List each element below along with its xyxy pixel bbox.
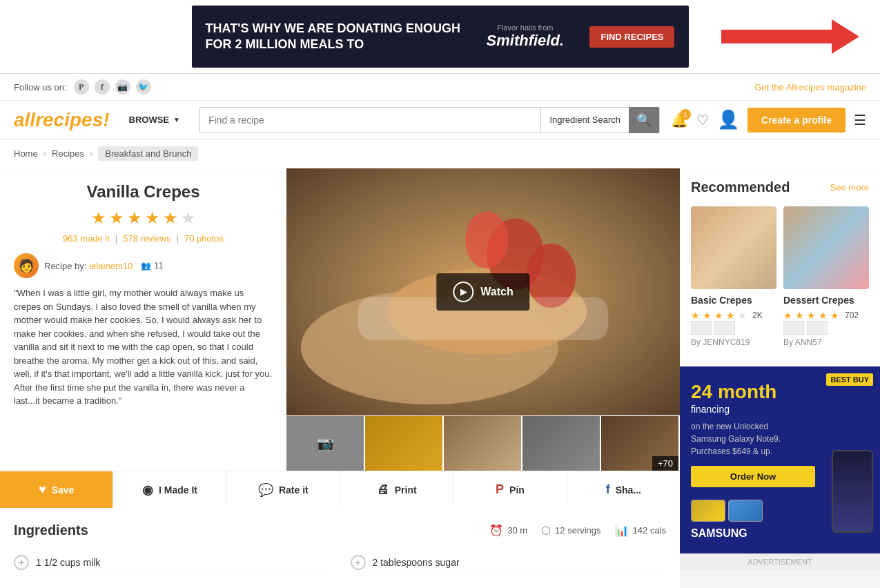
recommended-section: Recommended See more Basic Crepes ★ ★ ★ … [680, 168, 880, 366]
search-input[interactable] [200, 115, 541, 126]
ingredient-item-2: + 2 tablespoons sugar [351, 549, 667, 576]
rec-count-2: 702 [845, 311, 859, 320]
action-bar: ♥ Save ◉ I Made It 💬 Rate it 🖨 Print P P… [0, 471, 680, 509]
made-it-button[interactable]: ◉ I Made It [113, 471, 226, 509]
play-icon: ▶ [453, 282, 473, 302]
ad-month: financing [691, 404, 815, 415]
social-icons: 𝐏 𝐟 📷 🐦 [74, 79, 151, 95]
rec-img-1[interactable] [691, 206, 776, 289]
search-bar: Ingredient Search 🔍 [199, 107, 660, 133]
reviews-link[interactable]: 578 reviews [123, 233, 170, 244]
comment-icon: 💬 [258, 482, 273, 498]
banner-arrow-decoration [721, 16, 859, 57]
search-button[interactable]: 🔍 [629, 107, 659, 133]
save-button[interactable]: ♥ Save [0, 471, 113, 508]
star-2: ★ [109, 208, 124, 228]
thumb-5[interactable]: +70 [601, 416, 680, 471]
time-label: 30 m [507, 525, 527, 536]
banner-logo: Flavor hails from Smithfield. [487, 23, 564, 50]
thumb-4[interactable] [522, 416, 601, 471]
recipe-main: Vanilla Crepes ★ ★ ★ ★ ★ ★ 963 made it |… [0, 168, 680, 588]
chevron-down-icon: ▼ [173, 116, 180, 124]
rec-name-2[interactable]: Dessert Crepes [783, 295, 869, 306]
find-recipes-button[interactable]: FIND RECIPES [589, 26, 674, 48]
pinterest-icon[interactable]: 𝐏 [74, 79, 89, 95]
breadcrumb-home[interactable]: Home [14, 148, 38, 159]
photos-link[interactable]: 70 photos [184, 233, 224, 244]
add-ingredient-2[interactable]: + [351, 555, 366, 570]
rate-it-button[interactable]: 💬 Rate it [227, 471, 340, 509]
recipe-title: Vanilla Crepes [14, 182, 273, 202]
twitter-icon[interactable]: 🐦 [136, 79, 151, 95]
breadcrumb: Home › Recipes › Breakfast and Brunch [0, 139, 880, 168]
bestbuy-logo: BEST BUY [826, 373, 873, 386]
ingredient-search-label: Ingredient Search [541, 115, 629, 125]
servings-label: 12 servings [555, 525, 600, 536]
heart-icon: ♥ [39, 482, 46, 497]
see-more-link[interactable]: See more [830, 182, 869, 193]
banner-text: THAT'S WHY WE ARE DONATING ENOUGH FOR 2 … [206, 21, 461, 53]
sidebar-ad: BEST BUY 24 month financing on the new U… [680, 366, 880, 553]
rec-author-2: By ANN57 [783, 337, 869, 347]
recipe-meta: 963 made it | 578 reviews | 70 photos [14, 233, 273, 244]
top-banner: THAT'S WHY WE ARE DONATING ENOUGH FOR 2 … [0, 0, 880, 74]
facebook-icon[interactable]: 𝐟 [95, 79, 110, 95]
magazine-link[interactable]: Get the Allrecipes magazine [754, 82, 866, 92]
recipe-author: 🧑 Recipe by: lelainem10 👥 11 [14, 253, 273, 278]
add-ingredient-1[interactable]: + [14, 555, 29, 570]
svg-point-5 [465, 211, 508, 268]
add-icon: 📷 [317, 435, 334, 451]
ad-financing: 24 month [691, 380, 815, 404]
recipe-image-section: ▶ Watch 📷 +70 [286, 168, 680, 471]
avatar: 🧑 [14, 253, 39, 278]
create-profile-button[interactable]: Create a profile [747, 108, 845, 133]
site-logo[interactable]: allrecipes! [14, 109, 110, 131]
rec-img-2[interactable] [783, 206, 869, 289]
thumb-3[interactable] [444, 416, 522, 471]
favorites-button[interactable]: ♡ [696, 112, 709, 128]
notification-badge: 1 [680, 109, 691, 120]
hamburger-menu-button[interactable]: ☰ [854, 112, 866, 128]
facebook-share-icon: f [606, 482, 610, 497]
instagram-icon[interactable]: 📷 [115, 79, 130, 95]
notification-button[interactable]: 🔔 1 [671, 112, 688, 128]
star-6-empty: ★ [181, 208, 196, 228]
user-profile-button[interactable]: 👤 [717, 109, 739, 130]
add-photo-thumb[interactable]: 📷 [286, 416, 365, 471]
card-2 [728, 500, 763, 522]
phone-image [832, 450, 873, 533]
thumb-2[interactable] [365, 416, 444, 471]
watch-button[interactable]: ▶ Watch [436, 273, 529, 311]
follow-label: Follow us on: [14, 82, 67, 92]
card-1 [691, 500, 725, 522]
watch-label: Watch [480, 286, 513, 298]
rec-stars-1: ★ ★ ★ ★ ★ 2K [691, 310, 776, 321]
rec-name-1[interactable]: Basic Crepes [691, 295, 776, 306]
print-button[interactable]: 🖨 Print [340, 471, 453, 508]
check-icon: ◉ [142, 482, 153, 498]
rec-thumb-1 [691, 321, 776, 335]
star-rating: ★ ★ ★ ★ ★ ★ [14, 208, 273, 228]
pinterest-icon: P [496, 482, 504, 497]
svg-marker-0 [721, 19, 859, 54]
pin-button[interactable]: P Pin [453, 471, 567, 508]
navigation: allrecipes! BROWSE ▼ Ingredient Search 🔍… [0, 101, 880, 139]
rec-item-2: Dessert Crepes ★ ★ ★ ★ ★ 702 By ANN57 [783, 206, 869, 347]
banner-content: THAT'S WHY WE ARE DONATING ENOUGH FOR 2 … [192, 6, 689, 68]
breadcrumb-recipes[interactable]: Recipes [52, 148, 84, 159]
ingredient-2-text: 2 tablespoons sugar [373, 557, 460, 568]
ingredients-section: Ingredients ⏰ 30 m ⬡ 12 servings 📊 142 c… [0, 509, 680, 588]
made-it-link[interactable]: 963 made it [63, 233, 110, 244]
hero-image: ▶ Watch [286, 168, 680, 415]
breadcrumb-separator: › [43, 148, 46, 159]
rec-author-1: By JENNYC819 [691, 337, 776, 347]
order-now-button[interactable]: Order Now [691, 466, 815, 487]
ingredient-1-text: 1 1/2 cups milk [36, 557, 100, 568]
follower-count: 👥 11 [141, 261, 163, 271]
author-name[interactable]: lelainem10 [89, 261, 133, 271]
thumbnail-strip: 📷 +70 [286, 415, 680, 471]
browse-button[interactable]: BROWSE ▼ [121, 109, 188, 130]
rec-stars-2: ★ ★ ★ ★ ★ 702 [783, 310, 869, 321]
star-5-half: ★ [163, 208, 178, 228]
share-button[interactable]: f Sha... [567, 471, 680, 508]
